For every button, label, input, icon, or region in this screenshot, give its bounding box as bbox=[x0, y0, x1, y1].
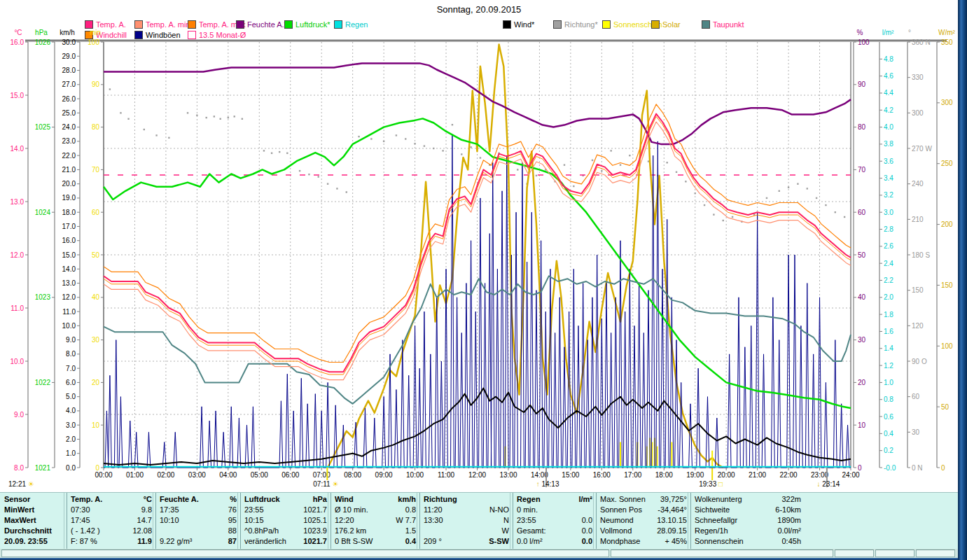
x-tick-label: 10:00 bbox=[406, 471, 424, 479]
table-cell-label: 17:45 bbox=[71, 515, 90, 526]
table-cell-value: 322m bbox=[781, 494, 802, 505]
window-frame-right bbox=[958, 0, 967, 560]
scatter-dot bbox=[685, 181, 686, 182]
x-tick-label: 09:00 bbox=[375, 471, 393, 479]
table-cell-value: N-NO bbox=[489, 505, 510, 515]
table-row: ^0.8hPa/h1023.9 bbox=[244, 526, 328, 536]
scatter-dot bbox=[779, 190, 780, 192]
axis-tick-label: 0.6 bbox=[884, 413, 893, 421]
table-row: 07:309.8 bbox=[71, 505, 153, 515]
axis-tick-label: 250 bbox=[941, 160, 953, 167]
table-row: 17:3576 bbox=[160, 505, 238, 515]
scatter-dot bbox=[844, 216, 845, 218]
status-bar bbox=[0, 549, 958, 558]
table-cell-label: 11:20 bbox=[424, 505, 443, 515]
table-row: Regen/1h0.0l/m² bbox=[695, 526, 802, 536]
table-row: 9.22 g/m³87 bbox=[160, 536, 238, 547]
table-cell-value: 39,725° bbox=[660, 494, 688, 505]
scatter-dot bbox=[168, 137, 169, 139]
table-row: Regenl/m² bbox=[517, 494, 594, 505]
table-cell-label: 10:10 bbox=[160, 515, 179, 526]
table-row: 23:550.0 bbox=[517, 515, 594, 526]
solar-noon-marker: 12:21 ☀ bbox=[8, 480, 34, 488]
series-sonnenschein bbox=[506, 438, 713, 467]
scatter-dot bbox=[220, 118, 221, 120]
axis-header: °C bbox=[14, 29, 22, 36]
table-cell-label: Sonnenschein bbox=[695, 536, 744, 547]
table-rowheader-column: SensorMinWertMaxWertDurchschnitt20.09. 2… bbox=[0, 493, 64, 550]
axis-tick-label: 7.0 bbox=[66, 365, 76, 372]
axis-tick-label: 11.0 bbox=[62, 308, 76, 316]
scatter-dot bbox=[825, 204, 826, 206]
table-row: Windkm/h bbox=[335, 494, 417, 505]
axis-tick-label: 0 N bbox=[912, 464, 923, 472]
x-tick-label: 08:00 bbox=[344, 471, 361, 479]
table-cell-label: 9.22 g/m³ bbox=[160, 536, 192, 547]
axis-tick-label: 0 bbox=[95, 464, 99, 472]
scatter-dot bbox=[299, 170, 300, 172]
scatter-dot bbox=[695, 192, 696, 194]
table-row: Temp. A.°C bbox=[71, 494, 153, 505]
axis-tick-label: 23.0 bbox=[62, 137, 76, 145]
axis-tick-label: 1022 bbox=[35, 379, 51, 386]
scatter-dot bbox=[797, 183, 798, 184]
axis-header: km/h bbox=[60, 29, 75, 36]
scatter-dot bbox=[144, 129, 145, 130]
axis-tick-label: 4.4 bbox=[884, 89, 893, 97]
table-cell-label: Ø 10 min. bbox=[335, 505, 368, 515]
table-row: 0.0 l/m²0.0 bbox=[517, 536, 594, 547]
scatter-dot bbox=[308, 174, 309, 175]
axis-header: min bbox=[90, 29, 101, 36]
x-tick-label: 18:00 bbox=[655, 471, 673, 479]
axis-tick-label: 0 bbox=[858, 464, 862, 472]
axis-tick-label: 3.2 bbox=[884, 191, 893, 199]
scatter-dot bbox=[601, 170, 602, 172]
axis-tick-label: 30 bbox=[912, 428, 920, 436]
table-cell-value: % bbox=[230, 494, 238, 505]
axis-kmh: 30.029.028.027.026.025.024.023.022.021.0… bbox=[60, 29, 80, 472]
table-row: Max. Sonnen39,725° bbox=[600, 494, 688, 505]
scatter-dot bbox=[629, 155, 630, 156]
axis-tick-label: 15.0 bbox=[11, 92, 25, 99]
x-tick-label: 12:00 bbox=[468, 471, 486, 479]
table-cell-value: W bbox=[502, 526, 510, 536]
x-tick-label: 01:00 bbox=[126, 471, 144, 479]
axis-tick-label: 300 bbox=[941, 99, 953, 106]
table-cell-value: 1023.9 bbox=[303, 526, 328, 536]
axis-tick-label: 1021 bbox=[35, 464, 51, 472]
table-row: 10:1095 bbox=[160, 515, 238, 526]
marker-label: 07:11 ☀ bbox=[313, 480, 338, 488]
marker-label: 19:33 □ bbox=[699, 480, 723, 488]
table-cell-label: Max. Sonnen bbox=[600, 494, 646, 505]
table-cell-label: 12:20 bbox=[335, 515, 354, 526]
axis-tick-label: 1026 bbox=[35, 38, 51, 46]
table-row-header: MaxWert bbox=[4, 515, 64, 526]
axis-tick-label: 3.0 bbox=[884, 209, 893, 216]
x-tick-label: 13:00 bbox=[499, 471, 517, 479]
axis-min: 1009080706050403020100min bbox=[88, 29, 104, 472]
axis-tick-label: 21.0 bbox=[62, 166, 76, 174]
table-row: Sonnen Pos-34,464° bbox=[600, 505, 688, 515]
table-cell-value: 0.0 bbox=[582, 526, 594, 536]
axis-tick-label: 26.0 bbox=[62, 95, 76, 103]
table-cell-value: 0.0 bbox=[582, 515, 594, 526]
table-cell-value: 0.4 bbox=[405, 536, 417, 547]
table-row: 0 min. bbox=[517, 505, 594, 515]
axis-tick-label: 2.4 bbox=[884, 260, 893, 267]
x-tick-label: 06:00 bbox=[281, 471, 299, 479]
axis-tick-label: 17.0 bbox=[62, 223, 76, 230]
table-cell-value: S-SW bbox=[489, 536, 510, 547]
axis-tick-label: 2.0 bbox=[66, 435, 76, 443]
scatter-dot bbox=[517, 169, 518, 170]
table-cell-value: 1.5 bbox=[405, 526, 417, 536]
table-cell-label: 0 min. bbox=[517, 505, 538, 515]
table-group: Windkm/hØ 10 min.0.812:20W 7.7176.2 km1.… bbox=[331, 493, 417, 550]
x-tick-label: 22:00 bbox=[780, 471, 798, 479]
axis-header: l/m² bbox=[882, 29, 894, 36]
axis-wm2: 350300250200150100500W/m² bbox=[937, 29, 956, 472]
axis-tick-label: 4.0 bbox=[66, 407, 76, 414]
x-tick-label: 23:00 bbox=[811, 471, 828, 479]
scatter-dot bbox=[346, 191, 347, 192]
scatter-dot bbox=[214, 115, 215, 117]
axis-tick-label: 30.0 bbox=[62, 38, 76, 46]
